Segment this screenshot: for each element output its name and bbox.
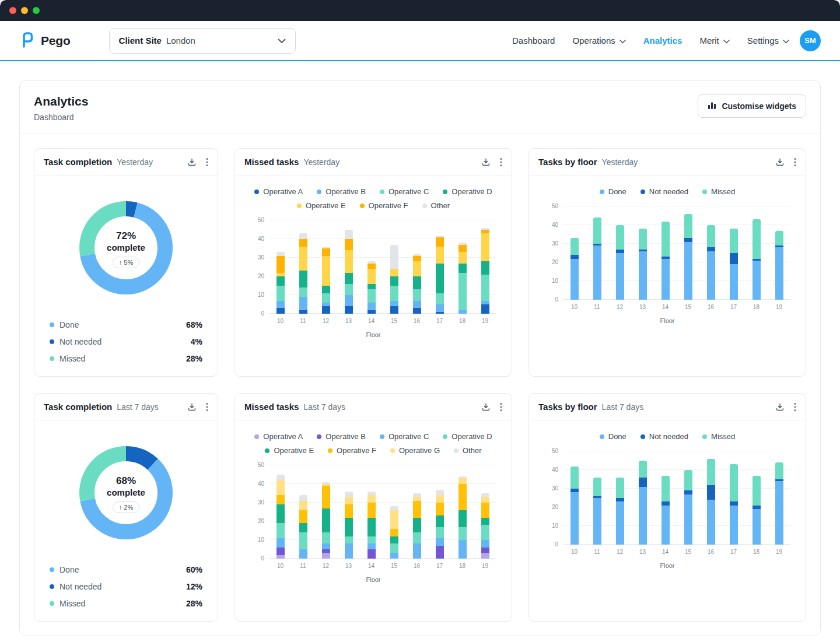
download-icon[interactable] [481,402,491,412]
stacked-bar [707,459,715,545]
x-axis: 10111213141516171819 [269,563,496,569]
bar-column [451,220,474,314]
download-icon[interactable] [775,157,785,167]
chevron-down-icon [723,36,730,45]
bar-segment [390,245,398,269]
legend-label: Operative C [388,432,429,441]
download-icon[interactable] [775,402,785,412]
bar-segment [345,273,353,284]
bar-column [745,451,768,545]
x-tick-label: 15 [383,563,405,569]
y-tick-label: 0 [541,296,558,303]
bar-segment [616,253,624,300]
legend-label: Missed [60,354,85,363]
legend-label: Done [60,565,79,574]
stacked-bar [616,478,624,545]
nav-item-merit[interactable]: Merit [699,36,729,45]
legend-item: Done [600,187,626,196]
client-site-select[interactable]: Client Site London [109,28,296,54]
legend-label: Done [608,432,626,441]
bar-chart-widget-body: Operative A Operative B Operative C Oper… [235,176,512,376]
widget-period: Yesterday [117,157,153,167]
kebab-menu-icon[interactable] [206,157,208,167]
x-tick-label: 17 [722,549,745,555]
bar-segment [436,293,444,304]
bar-segment [481,553,489,559]
x-tick-label: 10 [563,549,586,555]
kebab-menu-icon[interactable] [794,402,796,412]
y-tick-label: 40 [541,222,558,228]
bar-segment [436,237,444,247]
bar-segment [276,504,285,523]
window-minimize-button[interactable] [21,7,28,14]
nav-item-settings[interactable]: Settings [747,36,789,45]
donut-legend: Done 68% Not needed 4% Missed 28% [50,320,202,363]
stacked-bar [593,478,601,545]
bar-segment [639,478,647,487]
legend-item: Not needed [640,432,688,441]
legend-dot [443,434,447,439]
kebab-menu-icon[interactable] [206,402,208,412]
y-tick-label: 10 [541,522,558,529]
bar-column [768,451,790,545]
user-avatar[interactable]: SM [800,30,821,51]
pego-logo[interactable]: Pego [19,31,71,50]
x-tick-label: 16 [405,318,428,324]
stacked-bar [481,493,489,559]
legend-value: 28% [186,599,202,608]
nav-item-analytics[interactable]: Analytics [643,36,682,45]
legend-item: Operative C [380,432,429,441]
download-icon[interactable] [187,402,197,412]
chevron-down-icon [620,36,626,45]
bar-segment [390,301,398,307]
client-site-value: London [166,36,195,45]
nav-item-operations[interactable]: Operations [572,36,625,45]
nav-item-dashboard[interactable]: Dashboard [512,36,555,45]
x-tick-label: 14 [360,318,383,324]
stacked-bar [368,492,376,559]
bar-segment [276,495,285,504]
bar-segment [276,548,285,555]
bar-segment [413,518,421,533]
bar-segment [459,245,467,252]
stacked-bar [730,229,738,300]
bar-segment [368,284,376,290]
download-icon[interactable] [187,157,197,167]
breadcrumb: Dashboard [34,113,88,122]
kebab-menu-icon[interactable] [500,157,502,167]
bar-segment [345,295,353,306]
x-tick-label: 18 [745,549,768,555]
widget-period: Last 7 days [602,402,644,412]
customise-widgets-button[interactable]: Customise widgets [698,94,806,118]
widget-missed-tasks-week: Missed tasks Last 7 days Operative A Ope… [235,393,512,622]
legend-dot [328,448,332,453]
legend-dot [702,434,707,439]
bar-segment [345,306,353,314]
legend-item: Operative G [390,446,440,455]
bar-segment [436,503,444,515]
stacked-bar [436,236,444,314]
bar-segment [276,256,285,273]
bar-segment [684,214,692,238]
x-tick-label: 12 [314,563,337,569]
legend-dot [422,204,427,208]
bar-segment [345,284,353,295]
bar-segment [459,478,467,484]
legend-item: Other [454,446,482,455]
page-header: Analytics Dashboard Customise widgets [20,80,820,134]
bar-segment [436,495,444,503]
legend-label: Not needed [60,337,102,346]
legend-label: Operative A [263,187,303,196]
bar-column [269,220,292,314]
window-close-button[interactable] [9,7,16,14]
x-tick-label: 16 [699,549,722,555]
window-zoom-button[interactable] [33,7,40,14]
legend-label: Missed [711,432,735,441]
legend-dot [317,190,321,194]
kebab-menu-icon[interactable] [500,402,502,412]
bar-segment [368,269,376,284]
kebab-menu-icon[interactable] [794,157,796,167]
download-icon[interactable] [481,157,491,167]
stacked-bar [459,243,467,314]
bar-segment [299,532,307,549]
